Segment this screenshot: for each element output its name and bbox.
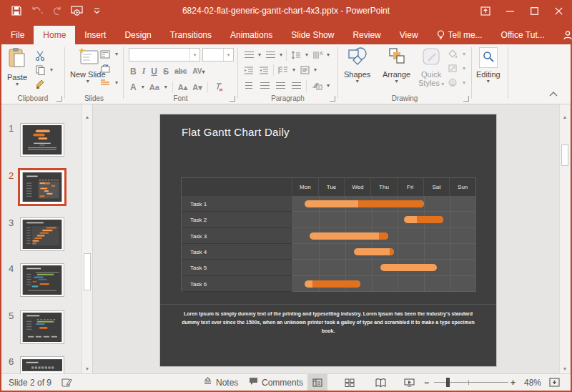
tab-view[interactable]: View (390, 26, 428, 44)
tab-design[interactable]: Design (115, 26, 160, 44)
section-caret-icon[interactable]: ▾ (115, 80, 118, 86)
convert-to-smartart-icon[interactable] (311, 81, 322, 92)
scroll-up-icon[interactable]: ▲ (560, 112, 570, 122)
zoom-slider-thumb[interactable] (446, 378, 450, 387)
line-spacing-icon[interactable] (290, 50, 302, 61)
shapes-button[interactable]: Shapes ▾ (344, 47, 370, 84)
scrollbar-thumb[interactable] (84, 253, 91, 290)
chevron-down-icon[interactable]: ▾ (258, 52, 261, 58)
collapse-ribbon-icon[interactable] (549, 87, 558, 99)
align-center-icon[interactable] (259, 81, 270, 92)
zoom-level[interactable]: 48% (524, 374, 541, 391)
align-right-icon[interactable] (275, 81, 286, 92)
tab-insert[interactable]: Insert (75, 26, 115, 44)
tab-animations[interactable]: Animations (221, 26, 282, 44)
tab-review[interactable]: Review (343, 26, 390, 44)
chevron-down-icon[interactable]: ▾ (327, 52, 330, 58)
align-left-icon[interactable] (243, 81, 255, 92)
minimize-button[interactable] (498, 0, 522, 21)
scroll-up-icon[interactable]: ▲ (82, 112, 92, 122)
increase-indent-icon[interactable] (258, 65, 270, 76)
slide-thumbnail-4[interactable] (20, 263, 64, 297)
gantt-bar-task-2[interactable] (404, 216, 443, 223)
chevron-down-icon[interactable]: ▾ (142, 84, 144, 90)
shape-effects-icon[interactable] (447, 77, 458, 88)
slide-thumbnail-2-selected[interactable] (18, 168, 66, 206)
numbering-icon[interactable] (265, 50, 276, 61)
gantt-table[interactable]: Mon Tue Wed Thu Fri Sat Sun Task 1 Task … (181, 177, 476, 292)
slide-thumbnail-1[interactable] (20, 123, 64, 157)
quick-styles-button[interactable]: Quick Styles ▾ (418, 47, 444, 88)
tab-transitions[interactable]: Transitions (161, 26, 221, 44)
cut-icon[interactable] (34, 50, 46, 61)
zoom-out-button[interactable]: − (424, 374, 429, 391)
gantt-bar-task-5[interactable] (380, 264, 437, 271)
tab-office-tutorials[interactable]: Office Tut... (492, 26, 554, 44)
tab-tell-me[interactable]: Tell me... (428, 26, 492, 44)
shape-outline-icon[interactable] (447, 63, 458, 74)
copy-caret-icon[interactable]: ▾ (50, 67, 53, 73)
clear-formatting-icon[interactable] (213, 82, 225, 93)
share-button[interactable]: Share (554, 26, 572, 44)
shape-fill-icon[interactable] (447, 49, 458, 59)
chevron-down-icon[interactable]: ▾ (463, 52, 465, 57)
tab-home[interactable]: Home (34, 26, 75, 44)
chevron-down-icon[interactable]: ▾ (463, 66, 465, 72)
slide-thumbnail-3[interactable] (20, 217, 64, 251)
tab-slide-show[interactable]: Slide Show (282, 26, 343, 44)
slide-sorter-view-button[interactable] (340, 374, 360, 391)
reading-view-button[interactable] (370, 374, 390, 391)
bold-button[interactable]: B (130, 67, 137, 77)
editor-scrollbar[interactable]: ▲ ▼ (559, 104, 570, 373)
zoom-slider-track[interactable] (434, 382, 508, 383)
zoom-in-button[interactable]: + (511, 374, 516, 391)
decrease-indent-icon[interactable] (243, 65, 255, 76)
character-spacing-button[interactable]: AV▾ (192, 67, 204, 75)
text-direction-icon[interactable]: A (312, 50, 323, 61)
gantt-bar-task-3[interactable] (310, 232, 388, 240)
slide-title[interactable]: Flat Gantt Chart Daily (182, 126, 290, 138)
chevron-down-icon[interactable]: ▾ (223, 49, 233, 61)
comments-button[interactable]: Comments (249, 374, 303, 391)
strikethrough-button[interactable]: S (163, 67, 169, 77)
scrollbar-thumb[interactable] (561, 144, 568, 166)
align-text-icon[interactable] (299, 65, 310, 76)
slide-indicator[interactable]: Slide 2 of 9 (9, 374, 51, 391)
font-size-combobox[interactable]: ▾ (202, 48, 234, 62)
scroll-down-icon[interactable]: ▼ (82, 363, 92, 373)
section-icon[interactable] (99, 77, 111, 88)
save-icon[interactable] (10, 4, 23, 17)
fit-slide-to-window-icon[interactable] (549, 374, 560, 391)
slide-thumbnail-6[interactable] (20, 356, 64, 373)
decrease-font-size-button[interactable]: A▾ (192, 83, 202, 92)
chevron-down-icon[interactable]: ▾ (314, 67, 317, 73)
bullets-icon[interactable] (243, 50, 255, 61)
maximize-button[interactable] (522, 0, 546, 21)
editing-button[interactable]: Editing ▾ (476, 47, 500, 84)
gantt-bar-task-6[interactable] (305, 280, 361, 288)
arrange-button[interactable]: Arrange ▾ (383, 47, 410, 84)
subscript-button[interactable]: abc (174, 67, 187, 75)
format-painter-icon[interactable] (34, 79, 46, 89)
tab-file[interactable]: File (1, 26, 34, 44)
font-dialog-launcher[interactable] (230, 96, 235, 102)
chevron-down-icon[interactable]: ▾ (189, 49, 199, 61)
start-from-beginning-icon[interactable] (70, 4, 83, 17)
slide-footer-text[interactable]: Loren Ipsum is simply dummy text of the … (177, 310, 479, 335)
gantt-bar-task-1[interactable] (305, 200, 424, 207)
justify-icon[interactable] (290, 81, 302, 92)
clipboard-dialog-launcher[interactable] (56, 96, 62, 102)
slide-show-button[interactable] (399, 374, 419, 391)
font-name-combobox[interactable]: ▾ (129, 48, 200, 62)
customize-qat-icon[interactable] (90, 4, 103, 17)
chevron-down-icon[interactable]: ▾ (327, 83, 330, 89)
reset-slide-icon[interactable] (99, 63, 111, 74)
normal-view-button[interactable] (307, 374, 327, 391)
chevron-down-icon[interactable]: ▾ (305, 52, 308, 58)
copy-icon[interactable] (34, 64, 46, 75)
change-case-button[interactable]: Aa (149, 83, 159, 92)
paste-button[interactable]: Paste ▾ (7, 47, 27, 87)
chevron-down-icon[interactable]: ▾ (292, 67, 295, 73)
layout-caret-icon[interactable]: ▾ (115, 52, 118, 57)
chevron-down-icon[interactable]: ▾ (463, 80, 465, 86)
